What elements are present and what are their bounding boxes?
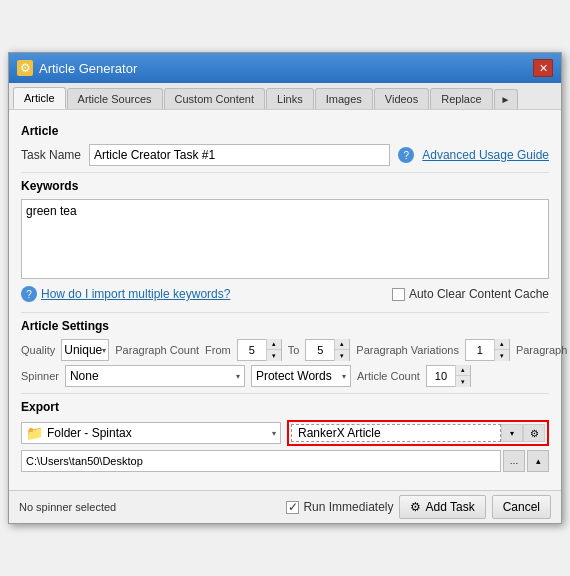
close-button[interactable]: ✕ xyxy=(533,59,553,77)
paragraph-variations-input[interactable] xyxy=(466,340,494,360)
import-help-icon[interactable]: ? xyxy=(21,286,37,302)
auto-clear-label: Auto Clear Content Cache xyxy=(409,287,549,301)
protect-words-dropdown[interactable]: Protect Words ▾ xyxy=(251,365,351,387)
add-task-icon: ⚙ xyxy=(410,500,421,514)
tab-bar: Article Article Sources Custom Content L… xyxy=(9,83,561,110)
paragraph-count-label: Paragraph Count xyxy=(115,344,199,356)
tab-replace[interactable]: Replace xyxy=(430,88,492,109)
from-spinbox: ▴ ▾ xyxy=(237,339,282,361)
to-input[interactable] xyxy=(306,340,334,360)
auto-clear-row: Auto Clear Content Cache xyxy=(392,287,549,301)
status-text: No spinner selected xyxy=(19,501,116,513)
path-browse-btn[interactable]: … xyxy=(503,450,525,472)
cancel-button[interactable]: Cancel xyxy=(492,495,551,519)
ac-increment-btn[interactable]: ▴ xyxy=(456,365,470,376)
path-input[interactable] xyxy=(21,450,501,472)
keywords-input[interactable]: green tea xyxy=(21,199,549,279)
spinner-dropdown[interactable]: None ▾ xyxy=(65,365,245,387)
export-section-title: Export xyxy=(21,400,549,414)
title-bar: ⚙ Article Generator ✕ xyxy=(9,53,561,83)
tab-article[interactable]: Article xyxy=(13,87,66,109)
folder-label: Folder - Spintax xyxy=(47,426,132,440)
to-spinbox-btns: ▴ ▾ xyxy=(334,339,349,361)
quality-dropdown[interactable]: Unique ▾ xyxy=(61,339,109,361)
window-title: Article Generator xyxy=(39,61,137,76)
paragraph-variations-spinbox: ▴ ▾ xyxy=(465,339,510,361)
paragraph-min-words-label: Paragraph Min Words xyxy=(516,344,570,356)
status-bar: No spinner selected ✓ Run Immediately ⚙ … xyxy=(9,490,561,523)
spinner-value: None xyxy=(70,369,99,383)
spinner-label: Spinner xyxy=(21,370,59,382)
tab-videos[interactable]: Videos xyxy=(374,88,429,109)
keywords-section-title: Keywords xyxy=(21,179,549,193)
cancel-label: Cancel xyxy=(503,500,540,514)
title-bar-left: ⚙ Article Generator xyxy=(17,60,137,76)
main-window: ⚙ Article Generator ✕ Article Article So… xyxy=(8,52,562,524)
add-task-button[interactable]: ⚙ Add Task xyxy=(399,495,485,519)
ac-spinbox-btns: ▴ ▾ xyxy=(455,365,470,387)
import-keywords-link[interactable]: How do I import multiple keywords? xyxy=(41,287,230,301)
protect-words-value: Protect Words xyxy=(256,369,332,383)
from-label: From xyxy=(205,344,231,356)
article-count-spinbox: ▴ ▾ xyxy=(426,365,471,387)
folder-dropdown-arrow: ▾ xyxy=(272,429,276,438)
settings-row1: Quality Unique ▾ Paragraph Count From ▴ … xyxy=(21,339,549,361)
advanced-guide-link[interactable]: Advanced Usage Guide xyxy=(422,148,549,162)
article-section-title: Article xyxy=(21,124,549,138)
folder-icon: 📁 xyxy=(26,425,43,441)
to-increment-btn[interactable]: ▴ xyxy=(335,339,349,350)
from-increment-btn[interactable]: ▴ xyxy=(267,339,281,350)
export-row2: … ▴ xyxy=(21,450,549,472)
export-row1: 📁 Folder - Spintax ▾ RankerX Article ▾ ⚙ xyxy=(21,420,549,446)
tab-article-sources[interactable]: Article Sources xyxy=(67,88,163,109)
path-action-btn[interactable]: ▴ xyxy=(527,450,549,472)
ranker-dropdown-btn[interactable]: ▾ xyxy=(501,424,523,442)
spinner-dropdown-arrow: ▾ xyxy=(236,372,240,381)
auto-clear-checkbox[interactable] xyxy=(392,288,405,301)
ranker-box: RankerX Article ▾ ⚙ xyxy=(287,420,549,446)
action-buttons: ✓ Run Immediately ⚙ Add Task Cancel xyxy=(286,495,551,519)
to-spinbox: ▴ ▾ xyxy=(305,339,350,361)
from-decrement-btn[interactable]: ▾ xyxy=(267,350,281,361)
tab-links[interactable]: Links xyxy=(266,88,314,109)
app-icon: ⚙ xyxy=(17,60,33,76)
from-spinbox-btns: ▴ ▾ xyxy=(266,339,281,361)
ranker-inner: RankerX Article xyxy=(291,424,501,442)
content-area: Article Task Name ? Advanced Usage Guide… xyxy=(9,110,561,482)
tab-images[interactable]: Images xyxy=(315,88,373,109)
article-settings-title: Article Settings xyxy=(21,319,549,333)
run-immediately-row: ✓ Run Immediately xyxy=(286,500,393,514)
article-count-input[interactable] xyxy=(427,366,455,386)
pv-spinbox-btns: ▴ ▾ xyxy=(494,339,509,361)
quality-label: Quality xyxy=(21,344,55,356)
tab-custom-content[interactable]: Custom Content xyxy=(164,88,265,109)
ac-decrement-btn[interactable]: ▾ xyxy=(456,376,470,387)
tab-more[interactable]: ► xyxy=(494,89,518,109)
task-name-input[interactable] xyxy=(89,144,390,166)
pv-increment-btn[interactable]: ▴ xyxy=(495,339,509,350)
import-row: ? How do I import multiple keywords? xyxy=(21,286,230,302)
keywords-container: green tea xyxy=(21,199,549,282)
keywords-bottom-row: ? How do I import multiple keywords? Aut… xyxy=(21,286,549,302)
folder-dropdown[interactable]: 📁 Folder - Spintax ▾ xyxy=(21,422,281,444)
run-immediately-label: Run Immediately xyxy=(303,500,393,514)
settings-row2: Spinner None ▾ Protect Words ▾ Article C… xyxy=(21,365,549,387)
from-input[interactable] xyxy=(238,340,266,360)
article-count-label: Article Count xyxy=(357,370,420,382)
protect-dropdown-arrow: ▾ xyxy=(342,372,346,381)
add-task-label: Add Task xyxy=(425,500,474,514)
to-label: To xyxy=(288,344,300,356)
pv-decrement-btn[interactable]: ▾ xyxy=(495,350,509,361)
task-name-row: Task Name ? Advanced Usage Guide xyxy=(21,144,549,166)
run-immediately-checkbox[interactable]: ✓ xyxy=(286,501,299,514)
task-name-label: Task Name xyxy=(21,148,81,162)
to-decrement-btn[interactable]: ▾ xyxy=(335,350,349,361)
help-icon[interactable]: ? xyxy=(398,147,414,163)
ranker-gear-btn[interactable]: ⚙ xyxy=(523,424,545,442)
quality-value: Unique xyxy=(64,343,102,357)
paragraph-variations-label: Paragraph Variations xyxy=(356,344,459,356)
ranker-label: RankerX Article xyxy=(298,426,381,440)
quality-dropdown-arrow: ▾ xyxy=(102,346,106,355)
